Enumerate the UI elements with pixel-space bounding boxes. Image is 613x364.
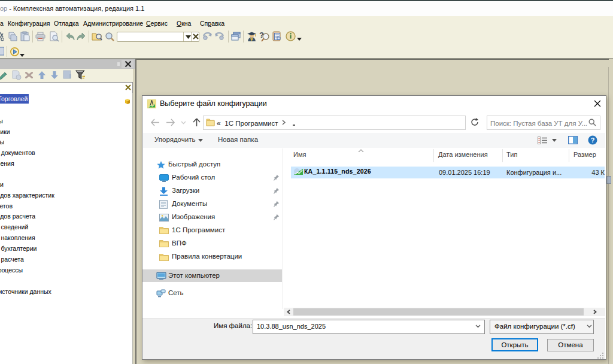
svg-text:?: ? — [591, 136, 595, 144]
